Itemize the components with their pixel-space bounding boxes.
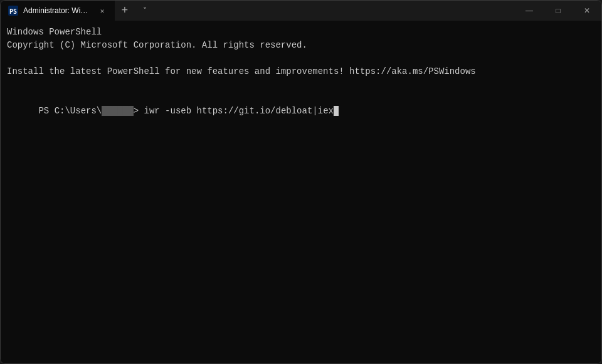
svg-text:PS: PS (9, 8, 17, 15)
prompt-text: PS C:\Users\ (38, 106, 102, 116)
window-controls: — □ ✕ (515, 1, 601, 21)
username-redacted: ██████ (102, 106, 133, 116)
command-text: iwr -useb https://git.io/debloat|iex (144, 106, 333, 116)
terminal-prompt-line: PS C:\Users\██████> iwr -useb https://gi… (7, 91, 595, 131)
titlebar-left: PS Administrator: Windows PowerS ✕ + ˅ (1, 1, 155, 21)
active-tab[interactable]: PS Administrator: Windows PowerS ✕ (1, 1, 115, 21)
terminal-line-1: Windows PowerShell (7, 26, 595, 39)
terminal-line-2: Copyright (C) Microsoft Corporation. All… (7, 39, 595, 52)
new-tab-button[interactable]: + (115, 1, 135, 21)
maximize-button[interactable]: □ (544, 1, 573, 21)
terminal-line-3 (7, 52, 595, 65)
cursor (334, 106, 339, 116)
terminal-body[interactable]: Windows PowerShell Copyright (C) Microso… (1, 21, 601, 363)
minimize-button[interactable]: — (515, 1, 544, 21)
tab-close-button[interactable]: ✕ (97, 6, 107, 16)
prompt-end: > (134, 106, 144, 116)
close-button[interactable]: ✕ (573, 1, 601, 21)
powershell-icon: PS (8, 6, 18, 16)
tabs-dropdown-button[interactable]: ˅ (135, 1, 155, 21)
powershell-window: PS Administrator: Windows PowerS ✕ + ˅ —… (0, 0, 602, 364)
tab-title: Administrator: Windows PowerS (23, 6, 92, 15)
terminal-line-4: Install the latest PowerShell for new fe… (7, 65, 595, 78)
titlebar: PS Administrator: Windows PowerS ✕ + ˅ —… (1, 1, 601, 21)
terminal-line-5 (7, 78, 595, 91)
